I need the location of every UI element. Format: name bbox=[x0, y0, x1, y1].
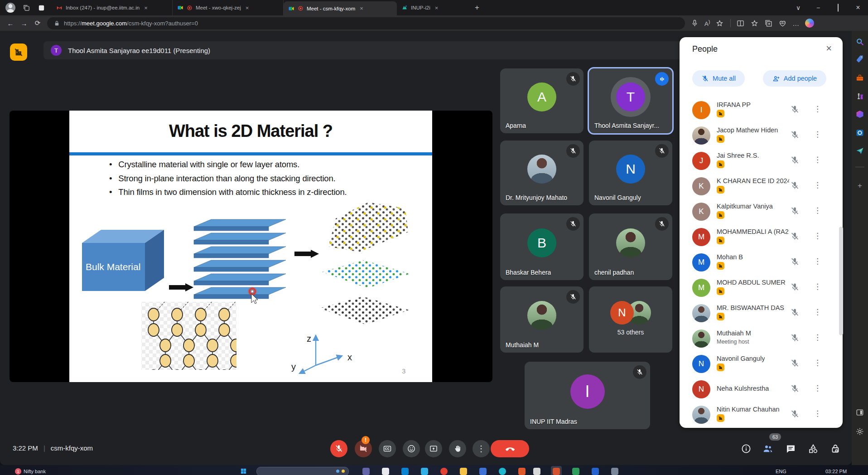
minimize-button[interactable]: − bbox=[808, 4, 828, 11]
more-actions-icon[interactable]: ⋮ bbox=[814, 282, 821, 291]
tab-list-chevron-icon[interactable]: ∨ bbox=[788, 4, 808, 11]
tab-meet-2-active[interactable]: Meet - csm-kfqy-xom × bbox=[284, 1, 397, 15]
participant-row[interactable]: M MOHD ABDUL SUMER ⋮ bbox=[680, 275, 843, 301]
sidebar-drop-icon[interactable] bbox=[855, 146, 864, 155]
language-indicator[interactable]: ENG bbox=[776, 469, 786, 474]
participant-row[interactable]: N Navonil Ganguly ⋮ bbox=[680, 351, 843, 377]
address-bar[interactable]: https://meet.google.com/csm-kfqy-xom?aut… bbox=[47, 17, 685, 29]
url-text[interactable]: https://meet.google.com/csm-kfqy-xom?aut… bbox=[64, 20, 198, 27]
camera-warning-badge[interactable]: ! bbox=[362, 436, 370, 444]
tab-close-icon[interactable]: × bbox=[244, 5, 251, 11]
participant-row[interactable]: I IRFANA PP ⋮ bbox=[680, 97, 843, 123]
browser-essentials-icon[interactable] bbox=[778, 19, 787, 28]
more-actions-icon[interactable]: ⋮ bbox=[814, 358, 821, 368]
sidebar-shopping-icon[interactable] bbox=[855, 54, 864, 63]
more-actions-icon[interactable]: ⋮ bbox=[814, 307, 821, 317]
workspaces-icon[interactable] bbox=[23, 4, 30, 12]
participant-tile[interactable]: chenil padhan bbox=[589, 213, 672, 280]
sidebar-games-icon[interactable] bbox=[855, 92, 864, 101]
more-actions-icon[interactable]: ⋮ bbox=[814, 206, 821, 215]
taskbar-app-icon[interactable] bbox=[499, 468, 506, 475]
participant-row[interactable]: Nitin Kumar Chauhan ⋮ bbox=[680, 402, 843, 427]
mic-toggle-button[interactable] bbox=[330, 440, 347, 457]
tab-close-icon[interactable]: × bbox=[143, 5, 149, 11]
participant-row[interactable]: MR. BISWANATH DAS ⋮ bbox=[680, 301, 843, 326]
panel-scrollbar[interactable] bbox=[839, 227, 843, 335]
tab-close-icon[interactable]: × bbox=[358, 5, 365, 12]
browser-profile-avatar[interactable] bbox=[5, 3, 15, 13]
settings-more-icon[interactable]: … bbox=[792, 19, 800, 27]
more-actions-icon[interactable]: ⋮ bbox=[814, 130, 821, 139]
more-actions-icon[interactable]: ⋮ bbox=[814, 180, 821, 190]
taskbar-app-icon[interactable] bbox=[572, 468, 579, 475]
more-actions-icon[interactable]: ⋮ bbox=[814, 155, 821, 165]
more-actions-icon[interactable]: ⋮ bbox=[814, 383, 821, 393]
participant-row[interactable]: K K CHARAN ECE ID 2024... ⋮ bbox=[680, 174, 843, 199]
more-actions-icon[interactable]: ⋮ bbox=[814, 104, 821, 114]
participant-row[interactable]: K Kalpitkumar Vaniya ⋮ bbox=[680, 199, 843, 224]
tab-inup[interactable]: INUP-i2i × bbox=[397, 0, 470, 15]
chat-icon[interactable] bbox=[785, 443, 796, 454]
taskbar-app-icon[interactable] bbox=[533, 468, 540, 475]
sidebar-toggle-icon[interactable] bbox=[855, 408, 864, 417]
mute-all-button[interactable]: Mute all bbox=[692, 70, 745, 87]
activities-icon[interactable] bbox=[808, 443, 819, 454]
collections-icon[interactable] bbox=[764, 19, 773, 28]
host-controls-icon[interactable] bbox=[830, 443, 841, 454]
back-icon[interactable]: ← bbox=[4, 19, 17, 27]
more-actions-icon[interactable]: ⋮ bbox=[814, 409, 821, 418]
captions-button[interactable] bbox=[379, 440, 396, 457]
participant-row[interactable]: J Jai Shree R.S. ⋮ bbox=[680, 148, 843, 174]
tab-actions-icon[interactable] bbox=[38, 4, 45, 12]
start-button-icon[interactable] bbox=[240, 468, 247, 475]
raise-hand-button[interactable] bbox=[449, 440, 466, 457]
taskbar-search-box[interactable] bbox=[256, 467, 349, 475]
taskbar-app-icon[interactable] bbox=[518, 468, 526, 475]
sidebar-add-icon[interactable]: + bbox=[855, 181, 864, 190]
tab-meet-1[interactable]: Meet - xwo-qkej-zej × bbox=[173, 0, 284, 15]
taskbar-app-icon[interactable] bbox=[479, 468, 487, 475]
sidebar-m365-icon[interactable] bbox=[855, 110, 864, 119]
participant-row[interactable]: Jacop Mathew Hiden ⋮ bbox=[680, 123, 843, 148]
taskbar-app-icon[interactable] bbox=[440, 468, 448, 475]
taskbar-app-icon[interactable] bbox=[553, 468, 560, 475]
widgets-news-label[interactable]: Nifty bank bbox=[24, 469, 46, 474]
read-aloud-icon[interactable]: A) bbox=[704, 19, 710, 27]
sidebar-tools-icon[interactable] bbox=[855, 73, 864, 82]
copilot-icon[interactable] bbox=[805, 19, 814, 28]
sidebar-settings-gear-icon[interactable] bbox=[855, 427, 864, 436]
site-lock-icon[interactable] bbox=[53, 20, 60, 27]
maximize-button[interactable] bbox=[828, 4, 848, 11]
sidebar-outlook-icon[interactable] bbox=[855, 128, 864, 137]
split-screen-icon[interactable] bbox=[736, 19, 745, 28]
participant-tile-presenter[interactable]: T Thool Asmita Sanjayr... bbox=[588, 67, 674, 135]
tab-close-icon[interactable]: × bbox=[434, 5, 440, 11]
reactions-button[interactable] bbox=[403, 440, 420, 457]
taskbar-clock[interactable]: 03:22 PM bbox=[825, 469, 847, 474]
present-button[interactable] bbox=[425, 440, 442, 457]
taskbar-app-icon[interactable] bbox=[592, 468, 599, 475]
sidebar-search-icon[interactable] bbox=[855, 37, 864, 46]
taskbar-app-icon[interactable] bbox=[382, 468, 389, 475]
taskbar-app-icon[interactable] bbox=[401, 468, 409, 475]
leave-call-button[interactable] bbox=[491, 440, 529, 457]
participant-row-host[interactable]: Muthaiah M Meeting host ⋮ bbox=[680, 326, 843, 351]
add-people-button[interactable]: Add people bbox=[763, 70, 826, 87]
forward-icon[interactable]: → bbox=[17, 19, 31, 27]
org-warning-badge[interactable] bbox=[10, 44, 27, 61]
refresh-icon[interactable]: ⟳ bbox=[31, 19, 44, 27]
favorite-star-icon[interactable] bbox=[715, 19, 724, 28]
more-options-button[interactable]: ⋮ bbox=[473, 440, 490, 457]
close-panel-icon[interactable]: × bbox=[826, 43, 832, 54]
taskbar-app-icon[interactable] bbox=[362, 468, 370, 475]
favorites-icon[interactable] bbox=[750, 19, 759, 28]
overflow-tile-53-others[interactable]: N 53 others bbox=[589, 286, 672, 353]
more-actions-icon[interactable]: ⋮ bbox=[814, 257, 821, 266]
participant-tile[interactable]: Muthaiah M bbox=[500, 286, 583, 353]
participant-tile[interactable]: B Bhaskar Behera bbox=[500, 213, 583, 280]
people-icon[interactable] bbox=[762, 443, 773, 454]
participant-row[interactable]: N Neha Kulshrestha ⋮ bbox=[680, 377, 843, 402]
participant-row[interactable]: M Mohan B ⋮ bbox=[680, 250, 843, 275]
taskbar-app-icon[interactable] bbox=[421, 468, 428, 475]
taskbar-app-icon[interactable] bbox=[460, 468, 467, 475]
